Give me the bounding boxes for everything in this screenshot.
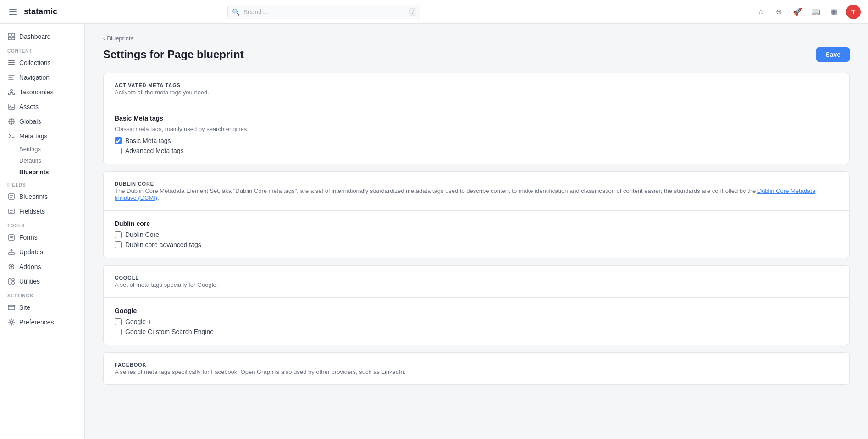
blueprints-label: Blueprints — [19, 193, 48, 200]
svg-point-11 — [10, 105, 11, 107]
sidebar-item-addons[interactable]: Addons — [0, 259, 84, 274]
activated-meta-tags-desc: Activate all the meta tags you need. — [115, 89, 838, 96]
basic-meta-tags-checkbox-label: Basic Meta tags — [125, 137, 171, 144]
avatar[interactable]: T — [846, 5, 861, 19]
bookmark-icon[interactable]: 🚀 — [791, 5, 804, 18]
svg-rect-18 — [9, 279, 11, 284]
svg-rect-14 — [9, 209, 14, 214]
app-logo[interactable]: statamic — [24, 7, 57, 16]
svg-rect-5 — [8, 62, 15, 63]
svg-rect-19 — [12, 279, 14, 281]
hamburger-menu[interactable] — [7, 7, 18, 17]
updates-label: Updates — [19, 248, 43, 256]
svg-rect-20 — [12, 282, 14, 284]
addons-label: Addons — [19, 263, 41, 270]
fieldsets-icon — [7, 207, 16, 215]
dublin-core-checkbox[interactable] — [115, 231, 122, 238]
google-cse-checkbox-label: Google Custom Search Engine — [125, 328, 214, 335]
activated-meta-tags-title: ACTIVATED META TAGS — [115, 82, 838, 88]
google-cse-checkbox-row[interactable]: Google Custom Search Engine — [115, 328, 838, 335]
main-content: ‹ Blueprints Settings for Page blueprint… — [85, 24, 868, 439]
sidebar-item-preferences[interactable]: Preferences — [0, 315, 84, 329]
svg-rect-6 — [8, 64, 15, 65]
svg-rect-4 — [8, 60, 15, 61]
radar-icon[interactable]: ⊕ — [773, 5, 785, 18]
dublin-core-advanced-checkbox-label: Dublin core advanced tags — [125, 241, 201, 248]
svg-rect-2 — [8, 37, 11, 40]
sidebar-sub-item-blueprints[interactable]: Blueprints — [0, 166, 84, 178]
google-desc: A set of meta tags specially for Google. — [115, 281, 838, 288]
svg-rect-3 — [12, 37, 15, 40]
dublin-core-desc: The Dublin Core Metadata Element Set, ak… — [115, 187, 838, 201]
chevron-left-icon: ‹ — [103, 35, 105, 42]
star-icon[interactable]: ☆ — [754, 5, 767, 18]
assets-label: Assets — [19, 103, 39, 110]
svg-rect-15 — [9, 235, 14, 240]
search-icon: 🔍 — [232, 8, 240, 16]
tools-section-label: TOOLS — [0, 219, 84, 230]
svg-rect-13 — [9, 194, 14, 199]
metatags-label: Meta tags — [19, 132, 47, 140]
dublin-core-checkbox-row[interactable]: Dublin Core — [115, 231, 838, 238]
grid-icon[interactable]: ▦ — [828, 5, 840, 18]
basic-meta-tags-checkbox-row[interactable]: Basic Meta tags — [115, 137, 838, 144]
sidebar-sub-item-settings[interactable]: Settings — [0, 143, 84, 155]
page-header: Settings for Page blueprint Save — [103, 47, 850, 62]
dcmi-link[interactable]: Dublin Core Metadata Initiative (DCMI) — [115, 187, 815, 201]
site-icon — [7, 303, 16, 312]
sidebar-item-metatags[interactable]: Meta tags — [0, 129, 84, 143]
sidebar-item-forms[interactable]: Forms — [0, 230, 84, 245]
taxonomies-label: Taxonomies — [19, 88, 54, 96]
sidebar-item-navigation[interactable]: Navigation — [0, 70, 84, 85]
logo-text: statamic — [24, 7, 57, 16]
save-button[interactable]: Save — [816, 47, 850, 62]
sidebar-item-globals[interactable]: Globals — [0, 114, 84, 129]
dublin-core-advanced-checkbox-row[interactable]: Dublin core advanced tags — [115, 241, 838, 248]
sidebar-item-taxonomies[interactable]: Taxonomies — [0, 85, 84, 99]
settings-section-label: SETTINGS — [0, 289, 84, 300]
dublin-core-group: Dublin core Dublin Core Dublin core adva… — [104, 211, 849, 258]
svg-point-9 — [13, 93, 15, 95]
svg-point-7 — [11, 89, 12, 91]
sidebar-item-blueprints[interactable]: Blueprints — [0, 189, 84, 204]
google-cse-checkbox[interactable] — [115, 329, 122, 335]
fields-section-label: FIELDS — [0, 178, 84, 189]
google-plus-checkbox-row[interactable]: Google + — [115, 318, 838, 325]
sidebar-item-collections[interactable]: Collections — [0, 55, 84, 70]
topbar: statamic 🔍 / ☆ ⊕ 🚀 📖 ▦ T — [0, 0, 868, 24]
sidebar-item-dashboard[interactable]: Dashboard — [0, 29, 84, 44]
activated-meta-tags-header: ACTIVATED META TAGS Activate all the met… — [104, 73, 849, 105]
sidebar-item-site[interactable]: Site — [0, 300, 84, 315]
breadcrumb[interactable]: ‹ Blueprints — [103, 35, 850, 42]
google-title: GOOGLE — [115, 275, 838, 280]
svg-rect-16 — [9, 252, 14, 255]
blueprints-sub-label: Blueprints — [19, 169, 49, 176]
svg-rect-10 — [9, 104, 14, 110]
sidebar-item-fieldsets[interactable]: Fieldsets — [0, 204, 84, 219]
basic-meta-tags-group: Basic Meta tags Classic meta tags, mainl… — [104, 105, 849, 164]
sidebar-item-assets[interactable]: Assets — [0, 99, 84, 114]
svg-rect-0 — [8, 33, 11, 36]
sidebar-sub-item-defaults[interactable]: Defaults — [0, 155, 84, 166]
search-input[interactable] — [227, 5, 420, 19]
google-plus-checkbox-label: Google + — [125, 318, 151, 325]
google-plus-checkbox[interactable] — [115, 318, 122, 325]
globals-icon — [7, 117, 16, 126]
preferences-label: Preferences — [19, 318, 54, 326]
basic-meta-tags-group-desc: Classic meta tags, mainly used by search… — [115, 126, 838, 132]
advanced-meta-tags-checkbox[interactable] — [115, 148, 122, 154]
sidebar-item-utilities[interactable]: Utilities — [0, 274, 84, 289]
dublin-core-advanced-checkbox[interactable] — [115, 241, 122, 248]
activated-meta-tags-card: ACTIVATED META TAGS Activate all the met… — [103, 73, 850, 164]
sidebar-item-updates[interactable]: Updates — [0, 245, 84, 259]
dublin-core-header: DUBLIN CORE The Dublin Core Metadata Ele… — [104, 172, 849, 211]
basic-meta-tags-checkbox[interactable] — [115, 137, 122, 144]
book-icon[interactable]: 📖 — [809, 5, 822, 18]
navigation-icon — [7, 73, 16, 82]
fieldsets-label: Fieldsets — [19, 208, 45, 215]
google-group: Google Google + Google Custom Search Eng… — [104, 298, 849, 345]
dublin-core-checkbox-label: Dublin Core — [125, 231, 159, 238]
updates-icon — [7, 248, 16, 256]
advanced-meta-tags-checkbox-row[interactable]: Advanced Meta tags — [115, 147, 838, 154]
site-label: Site — [19, 304, 30, 311]
